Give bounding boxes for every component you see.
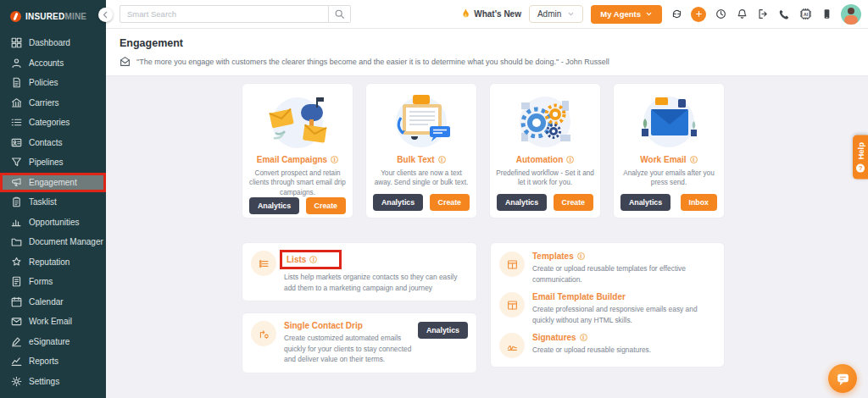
analytics-button[interactable]: Analytics [249,197,299,214]
bulk-text-card: Bulk Texti Your clients are now a text a… [365,83,477,218]
lists-card[interactable]: Listsi Lists help markets organize conta… [242,242,477,301]
info-icon[interactable]: i [566,156,574,163]
sidebar-item-reputation[interactable]: Reputation [0,252,106,273]
signatures-title[interactable]: Signaturesi [532,333,651,342]
search-icon [334,8,345,19]
create-button[interactable]: Create [306,197,346,214]
sidebar-item-contacts[interactable]: Contacts [0,133,106,153]
sidebar-item-label: Tasklist [29,197,57,207]
ai-chip-icon[interactable]: AI [798,8,812,21]
templates-title[interactable]: Templatesi [532,252,715,261]
card-title: Automationi [516,155,575,164]
sidebar-item-engagement[interactable]: Engagement [0,173,106,193]
quote-text: "The more you engage with customers the … [136,58,609,66]
megaphone-icon [11,177,22,188]
info-icon[interactable]: i [331,156,338,163]
info-icon[interactable]: i [577,252,585,260]
sidebar-collapse-button[interactable] [98,8,113,22]
phone-icon[interactable] [777,8,791,21]
chat-launcher-button[interactable] [828,364,857,393]
lists-title[interactable]: Listsi [287,255,317,264]
calendar-icon [11,296,22,307]
sidebar-item-label: Forms [29,277,53,286]
email-campaigns-illustration [253,91,342,153]
sidebar-item-settings[interactable]: Settings [0,372,106,392]
sidebar-item-carriers[interactable]: Carriers [0,93,106,113]
sync-icon[interactable] [670,8,683,21]
sidebar-item-work-email[interactable]: Work Email [0,312,106,332]
email-template-builder-item[interactable]: Email Template Builder Create profession… [499,292,715,325]
sidebar-item-policies[interactable]: Policies [0,73,106,93]
card-buttons: Analytics Create [496,194,594,211]
single-contact-drip-card[interactable]: Single Contact Drip Create customized au… [242,312,477,373]
templates-item[interactable]: Templatesi Create or upload reusable tem… [499,252,715,285]
flame-icon [459,8,470,19]
info-icon[interactable]: i [580,334,587,341]
card-description: Convert prospect and retain clients thro… [248,169,347,197]
email-template-builder-icon [499,292,525,318]
my-agents-button[interactable]: My Agents [591,5,662,24]
sidebar-item-label: Accounts [29,58,64,68]
sidebar-item-accounts[interactable]: Accounts [0,53,106,74]
sidebar-item-categories[interactable]: Categories [0,113,106,133]
create-button[interactable]: Create [554,194,593,211]
help-tab[interactable]: ? Help [853,135,868,180]
sidebar-item-dashboard[interactable]: Dashboard [0,33,106,53]
logout-icon[interactable] [756,8,770,21]
page-title: Engagement [120,37,853,49]
chevron-down-icon [645,10,653,18]
sidebar-item-forms[interactable]: Forms [0,272,106,292]
brand-logo-icon [10,11,21,22]
mobile-device-icon[interactable] [820,8,833,21]
work-email-card: Work Emaili Analyze your emails after yo… [613,83,725,218]
inbox-button[interactable]: Inbox [681,194,717,211]
drip-title[interactable]: Single Contact Drip [284,321,415,330]
email-template-builder-description: Create professional and responsive email… [532,304,715,325]
main-content: Engagement "The more you engage with cus… [106,29,868,398]
sidebar-item-reports[interactable]: Reports [0,351,106,372]
info-icon[interactable]: i [309,256,317,263]
page-header: Engagement "The more you engage with cus… [106,29,868,76]
sidebar-item-document-manager[interactable]: Document Manager [0,232,106,252]
sidebar-item-opportunities[interactable]: Opportunities [0,213,106,233]
signatures-icon [499,333,525,358]
brand-name-bold: INSURED [25,12,64,21]
clock-icon[interactable] [714,8,727,21]
chat-bubble-icon [836,372,850,386]
user-avatar[interactable] [841,4,861,25]
analytics-button[interactable]: Analytics [620,194,670,211]
my-agents-label: My Agents [600,9,641,19]
work-email-illustration [625,91,713,153]
sidebar-item-calendar[interactable]: Calendar [0,292,106,312]
whats-new-link[interactable]: What's New [459,8,521,19]
signatures-item[interactable]: Signaturesi Create or upload reusable si… [499,333,715,358]
sidebar-item-pipelines[interactable]: Pipelines [0,152,106,173]
sidebar-item-esignature[interactable]: eSignature [0,332,106,352]
add-icon[interactable] [691,7,706,22]
svg-text:AI: AI [803,12,808,17]
quote-banner: "The more you engage with customers the … [120,56,853,67]
lower-right-column: Templatesi Create or upload reusable tem… [490,242,725,368]
sidebar-item-tasklist[interactable]: Tasklist [0,192,106,213]
analytics-button[interactable]: Analytics [373,194,423,211]
analytics-button[interactable]: Analytics [418,322,468,339]
analytics-button[interactable]: Analytics [497,194,547,211]
automation-card: Automationi Predefined workflow - Set it… [489,83,601,218]
search-input[interactable] [120,5,329,23]
envelope-icon [11,316,22,327]
bell-icon[interactable] [735,8,748,21]
sidebar-item-label: Contacts [29,138,62,147]
email-campaigns-card: Email Campaignsi Convert prospect and re… [242,83,353,218]
brand-logo[interactable]: INSUREDMINE [0,0,106,33]
email-template-builder-title[interactable]: Email Template Builder [532,292,715,301]
info-icon[interactable]: i [690,156,698,163]
contacts-icon [11,137,22,148]
admin-dropdown[interactable]: Admin [529,5,583,23]
topbar: What's New Admin My Agents AI [106,0,868,29]
search-button[interactable] [329,5,351,23]
dashboard-icon [11,37,22,48]
chevron-left-icon [100,9,111,20]
create-button[interactable]: Create [430,194,470,211]
sidebar-item-label: Reputation [29,257,70,267]
info-icon[interactable]: i [438,156,446,163]
